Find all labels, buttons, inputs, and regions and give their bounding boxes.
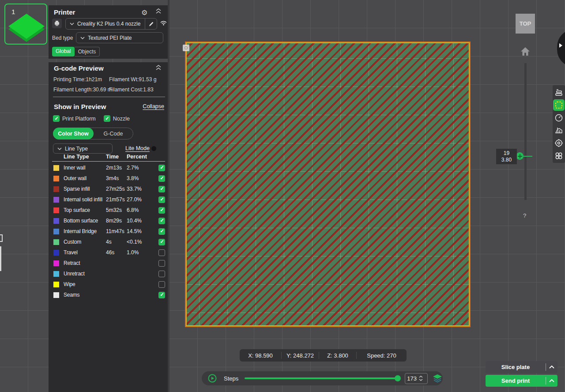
line-visibility-checkbox[interactable] bbox=[158, 260, 165, 267]
edit-printer-pencil-icon[interactable] bbox=[145, 21, 157, 27]
steps-slider-thumb[interactable] bbox=[395, 375, 401, 381]
object-corner-handle[interactable] bbox=[183, 45, 189, 51]
layer-tooltip: 19 3.80 bbox=[496, 149, 517, 164]
line-color-swatch bbox=[53, 176, 59, 181]
line-visibility-checkbox[interactable] bbox=[158, 228, 165, 235]
help-icon[interactable]: ? bbox=[523, 212, 526, 219]
layer-slider-handle[interactable] bbox=[516, 152, 524, 160]
line-visibility-checkbox[interactable] bbox=[158, 196, 165, 203]
printer-select-dropdown[interactable]: Creality K2 Plus 0.4 nozzle bbox=[65, 18, 157, 30]
line-visibility-checkbox[interactable] bbox=[158, 249, 165, 256]
line-color-swatch bbox=[53, 218, 59, 224]
table-row: Outer wall 3m4s 3.8% bbox=[52, 173, 165, 184]
filament-cost-stat: Filament Cost:1.83 bbox=[109, 87, 154, 93]
gcode-panel-collapse-icon[interactable] bbox=[155, 64, 162, 71]
sliced-object-preview[interactable] bbox=[185, 41, 471, 327]
play-button[interactable] bbox=[208, 374, 217, 383]
line-type-percent: 1.0% bbox=[127, 249, 158, 256]
right-toolbar bbox=[553, 85, 565, 163]
clipped-left-panel-fragment bbox=[0, 246, 1, 271]
print-platform-checkbox[interactable] bbox=[53, 115, 60, 122]
table-row: Sparse infill 27m25s 33.7% bbox=[52, 184, 165, 194]
show-layers-icon[interactable] bbox=[432, 374, 443, 383]
home-view-icon[interactable] bbox=[520, 47, 530, 56]
send-print-button[interactable]: Send print bbox=[486, 375, 557, 387]
line-visibility-checkbox[interactable] bbox=[158, 207, 165, 214]
slice-plate-label: Slice plate bbox=[486, 364, 546, 370]
slice-options-caret-icon[interactable] bbox=[546, 366, 557, 369]
print-platform-label: Print Platform bbox=[62, 116, 96, 122]
right-panel-collapse-handle[interactable] bbox=[557, 29, 565, 67]
slice-plate-button[interactable]: Slice plate bbox=[486, 361, 557, 373]
nozzle-label: Nozzle bbox=[113, 116, 130, 122]
expand-arrow-icon bbox=[559, 43, 562, 48]
gcode-button[interactable]: G-Code bbox=[94, 128, 133, 139]
layer-slider-track[interactable] bbox=[524, 63, 527, 200]
line-visibility-checkbox[interactable] bbox=[158, 175, 165, 182]
preview-mode-segmented-control: Color Show G-Code bbox=[53, 128, 133, 139]
line-table-header: Line Type Time Percent bbox=[52, 154, 165, 160]
diamond-top-face bbox=[8, 14, 45, 39]
view-cube-top[interactable]: TOP bbox=[516, 14, 535, 34]
printer-settings-gear-icon[interactable]: ⚙ bbox=[141, 8, 147, 17]
line-color-swatch bbox=[53, 207, 59, 213]
line-type-time: 4s bbox=[106, 239, 127, 245]
collapse-link[interactable]: Collapse bbox=[143, 103, 164, 109]
show-in-preview-title: Show in Preview bbox=[54, 103, 106, 110]
line-type-percent: 33.7% bbox=[127, 186, 158, 192]
steps-playback-bar: Steps bbox=[202, 371, 443, 385]
line-type-name: Seams bbox=[64, 292, 106, 298]
steps-slider[interactable] bbox=[245, 377, 398, 379]
gcode-preview-title: G-code Preview bbox=[54, 64, 104, 72]
line-type-name: Bottom surface bbox=[64, 218, 106, 224]
color-show-button[interactable]: Color Show bbox=[53, 128, 94, 139]
status-speed: Speed: 270 bbox=[357, 349, 407, 362]
line-visibility-checkbox[interactable] bbox=[158, 292, 165, 298]
preview-mode-icon[interactable] bbox=[553, 99, 565, 111]
steps-input[interactable] bbox=[405, 375, 418, 382]
line-visibility-checkbox[interactable] bbox=[158, 218, 165, 224]
line-visibility-checkbox[interactable] bbox=[158, 239, 165, 245]
machine-control-icon[interactable] bbox=[553, 137, 565, 149]
object-list-icon[interactable] bbox=[553, 87, 565, 98]
divider bbox=[52, 161, 165, 162]
plate-thumbnail[interactable]: 1 bbox=[4, 4, 47, 45]
divider bbox=[53, 97, 165, 97]
bed-type-label: Bed type bbox=[52, 35, 73, 41]
line-visibility-checkbox[interactable] bbox=[158, 271, 165, 277]
wifi-icon[interactable] bbox=[160, 20, 167, 26]
line-visibility-checkbox[interactable] bbox=[158, 281, 165, 288]
line-type-dropdown[interactable]: Line Type bbox=[53, 143, 113, 154]
speed-gauge-icon[interactable] bbox=[553, 112, 565, 124]
bed-type-dropdown[interactable]: Textured PEI Plate bbox=[76, 32, 163, 43]
view-cube-label: TOP bbox=[520, 20, 531, 27]
panel-viewport-seam bbox=[168, 0, 170, 392]
line-color-swatch bbox=[53, 250, 59, 256]
send-options-caret-icon[interactable] bbox=[546, 379, 557, 382]
print-platform-checkbox-row: Print Platform Nozzle bbox=[53, 115, 130, 122]
more-apps-icon[interactable] bbox=[553, 150, 565, 162]
bed-type-value: Textured PEI Plate bbox=[88, 35, 132, 41]
steps-input-box bbox=[405, 373, 428, 384]
line-type-percent: 27.0% bbox=[127, 196, 158, 203]
line-type-percent: 10.4% bbox=[127, 218, 158, 224]
table-row: Top surface 5m32s 6.8% bbox=[52, 205, 165, 215]
printing-time-stat: Printing Time:1h21m bbox=[53, 76, 102, 83]
line-color-swatch bbox=[53, 282, 59, 287]
layer-number: 19 bbox=[504, 150, 509, 157]
plate-object-preview bbox=[8, 14, 45, 39]
line-color-swatch bbox=[53, 165, 59, 171]
tab-global[interactable]: Global bbox=[52, 47, 75, 57]
line-visibility-checkbox[interactable] bbox=[158, 186, 165, 192]
line-visibility-checkbox[interactable] bbox=[158, 165, 165, 171]
table-row: Internal Bridge 11m47s 14.5% bbox=[52, 226, 165, 237]
steps-stepper[interactable] bbox=[419, 376, 423, 381]
printer-panel-collapse-icon[interactable] bbox=[155, 8, 162, 14]
tab-objects[interactable]: Objects bbox=[75, 47, 100, 57]
line-type-name: Top surface bbox=[64, 207, 106, 213]
header-time: Time bbox=[106, 154, 127, 160]
line-color-swatch bbox=[53, 271, 59, 277]
nozzle-checkbox[interactable] bbox=[104, 115, 110, 122]
prime-tower-icon[interactable] bbox=[553, 124, 565, 136]
line-type-name: Retract bbox=[64, 260, 106, 266]
